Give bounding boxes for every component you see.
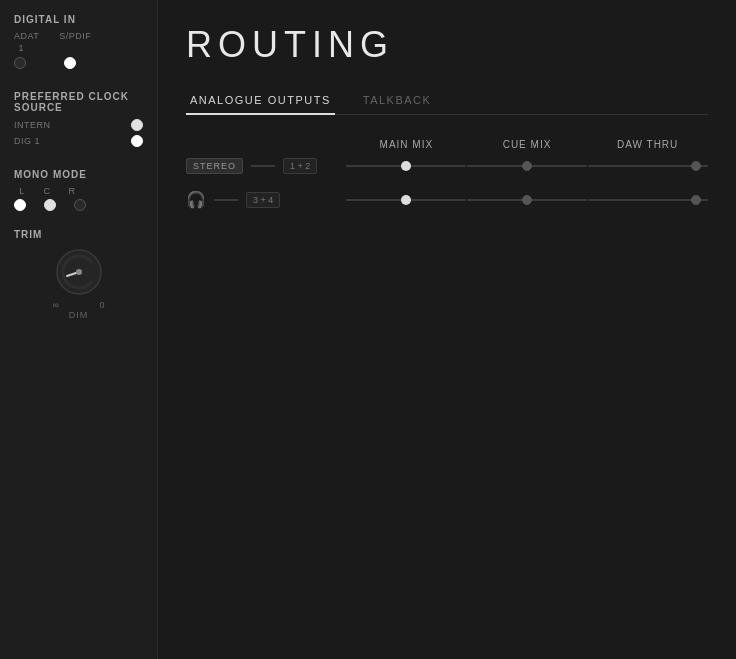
mono-mode-label: MONO MODE [14, 169, 143, 180]
route-label-2: 🎧 3 + 4 [186, 190, 346, 209]
stereo-badge: STEREO [186, 158, 243, 174]
col-main-mix: MAIN MIX [346, 139, 467, 150]
dig1-radio[interactable] [131, 135, 143, 147]
daw-thru-track-1 [588, 165, 708, 167]
cue-mix-slider-1[interactable] [467, 165, 588, 167]
col-cue-mix: CUE MIX [467, 139, 588, 150]
connector-line-2 [214, 199, 238, 201]
trim-knob[interactable] [53, 246, 105, 298]
svg-point-3 [76, 269, 82, 275]
main-mix-thumb-1[interactable] [401, 161, 411, 171]
routing-table: MAIN MIX CUE MIX DAW THRU STEREO 1 + 2 [186, 139, 708, 225]
clock-source-label: PREFERRED CLOCK SOURCE [14, 91, 143, 113]
intern-label: INTERN [14, 120, 51, 130]
cue-mix-track-1 [467, 165, 587, 167]
tab-analogue-outputs[interactable]: ANALOGUE OUTPUTS [186, 86, 335, 114]
page-title: ROUTING [186, 24, 708, 66]
main-mix-slider-2[interactable] [346, 199, 467, 201]
main-mix-thumb-2[interactable] [401, 195, 411, 205]
trim-label: TRIM [14, 229, 143, 240]
channel-badge-1: 1 + 2 [283, 158, 317, 174]
table-row: 🎧 3 + 4 [186, 190, 708, 209]
cue-mix-thumb-2[interactable] [522, 195, 532, 205]
dig1-label: DIG 1 [14, 136, 40, 146]
col-route [186, 139, 346, 150]
main-mix-slider-1[interactable] [346, 165, 467, 167]
mono-l-radio[interactable] [14, 199, 26, 211]
adat-label: ADAT [14, 31, 39, 41]
r-label: R [66, 186, 78, 196]
routing-header: MAIN MIX CUE MIX DAW THRU [186, 139, 708, 150]
spdif-label: S/PDIF [59, 31, 91, 41]
main-mix-track-1 [346, 165, 466, 167]
headphone-icon: 🎧 [186, 190, 206, 209]
clock-source-section: PREFERRED CLOCK SOURCE INTERN DIG 1 [14, 91, 143, 151]
tabs: ANALOGUE OUTPUTS TALKBACK [186, 86, 708, 115]
channel-badge-2: 3 + 4 [246, 192, 280, 208]
cue-mix-slider-2[interactable] [467, 199, 588, 201]
col-daw-thru: DAW THRU [587, 139, 708, 150]
spdif-num-label [70, 43, 73, 53]
mono-c-radio[interactable] [44, 199, 56, 211]
digital-in-section: DIGITAL IN ADAT S/PDIF 1 [14, 14, 143, 73]
daw-thru-slider-2[interactable] [587, 199, 708, 201]
route-label-1: STEREO 1 + 2 [186, 158, 346, 174]
l-label: L [16, 186, 28, 196]
main-mix-track-2 [346, 199, 466, 201]
c-label: C [41, 186, 53, 196]
daw-thru-track-2 [588, 199, 708, 201]
trim-section: TRIM ∞ 0 DIM [14, 229, 143, 320]
cue-mix-track-2 [467, 199, 587, 201]
main-content: ROUTING ANALOGUE OUTPUTS TALKBACK MAIN M… [158, 0, 736, 659]
adat-num-label: 1 [18, 43, 23, 53]
tab-talkback[interactable]: TALKBACK [359, 86, 436, 114]
mono-mode-section: MONO MODE L C R [14, 169, 143, 211]
daw-thru-thumb-1[interactable] [691, 161, 701, 171]
trim-min-label: ∞ [53, 300, 59, 310]
dig1-row: DIG 1 [14, 135, 143, 147]
spdif-radio[interactable] [64, 57, 76, 69]
table-row: STEREO 1 + 2 [186, 158, 708, 174]
intern-row: INTERN [14, 119, 143, 131]
connector-line-1 [251, 165, 275, 167]
daw-thru-thumb-2[interactable] [691, 195, 701, 205]
mono-r-radio[interactable] [74, 199, 86, 211]
trim-max-label: 0 [99, 300, 104, 310]
sidebar: DIGITAL IN ADAT S/PDIF 1 PREFERRED CLOCK… [0, 0, 158, 659]
dim-label: DIM [69, 310, 89, 320]
cue-mix-thumb-1[interactable] [522, 161, 532, 171]
digital-in-label: DIGITAL IN [14, 14, 143, 25]
adat-radio[interactable] [14, 57, 26, 69]
daw-thru-slider-1[interactable] [587, 165, 708, 167]
intern-radio[interactable] [131, 119, 143, 131]
